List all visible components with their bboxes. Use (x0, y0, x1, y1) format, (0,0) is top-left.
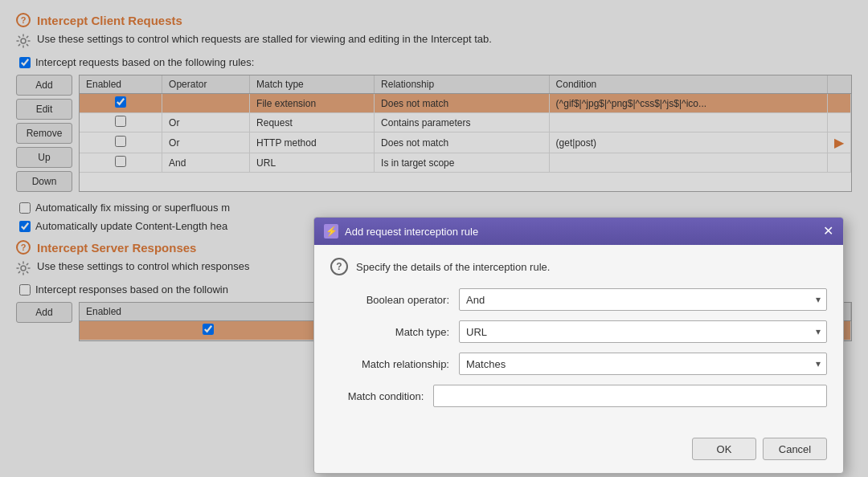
match-condition-row: Match condition: (330, 385, 827, 407)
match-relationship-row: Match relationship: Matches Does not mat… (330, 353, 827, 375)
match-condition-input[interactable] (433, 385, 827, 407)
modal-body: ? Specify the details of the interceptio… (314, 245, 843, 430)
lightning-icon: ⚡ (324, 224, 338, 238)
boolean-operator-label: Boolean operator: (330, 294, 459, 306)
modal-title-left: ⚡ Add request interception rule (324, 224, 478, 238)
match-condition-label: Match condition: (330, 390, 433, 402)
match-type-select[interactable]: URL File extension Request HTTP method (459, 320, 827, 343)
modal-title-text: Add request interception rule (345, 226, 478, 238)
modal-dialog: ⚡ Add request interception rule ✕ ? Spec… (313, 217, 844, 474)
modal-desc-row: ? Specify the details of the interceptio… (330, 258, 827, 275)
modal-close-button[interactable]: ✕ (823, 225, 833, 238)
modal-overlay: ⚡ Add request interception rule ✕ ? Spec… (0, 0, 868, 477)
modal-titlebar: ⚡ Add request interception rule ✕ (314, 218, 843, 245)
boolean-operator-select[interactable]: And Or (459, 288, 827, 311)
boolean-operator-select-wrapper: And Or (459, 288, 827, 311)
modal-footer: OK Cancel (314, 430, 843, 473)
match-relationship-select-wrapper: Matches Does not match Contains Does not… (459, 353, 827, 375)
ok-button[interactable]: OK (692, 438, 756, 460)
modal-desc-text: Specify the details of the interception … (356, 261, 550, 273)
match-type-select-wrapper: URL File extension Request HTTP method (459, 320, 827, 343)
match-type-row: Match type: URL File extension Request H… (330, 320, 827, 343)
cancel-button[interactable]: Cancel (763, 438, 827, 460)
main-panel: ? Intercept Client Requests Use these se… (0, 0, 868, 477)
modal-help-icon[interactable]: ? (330, 258, 348, 275)
match-type-label: Match type: (330, 326, 459, 338)
match-relationship-select[interactable]: Matches Does not match Contains Does not… (459, 353, 827, 375)
boolean-operator-row: Boolean operator: And Or (330, 288, 827, 311)
match-relationship-label: Match relationship: (330, 358, 459, 370)
